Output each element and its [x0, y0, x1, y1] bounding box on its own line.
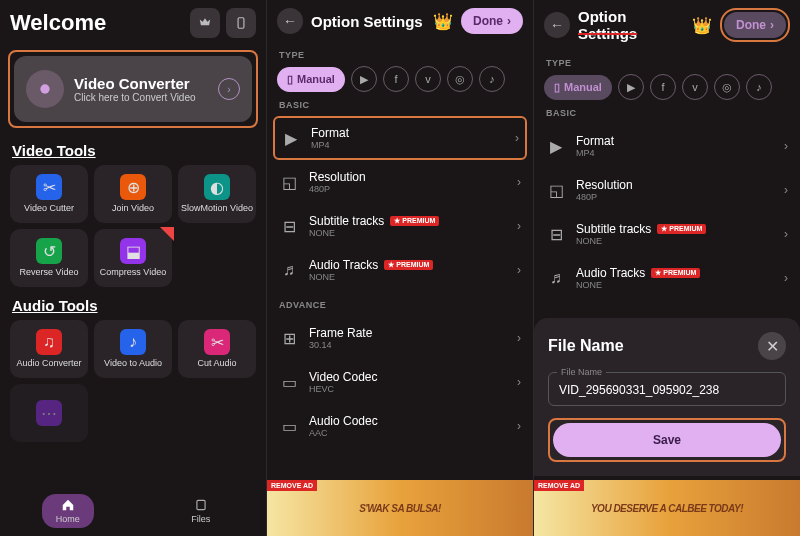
- phone-icon: ▯: [554, 81, 560, 94]
- back-button[interactable]: ←: [544, 12, 570, 38]
- remove-ad-label[interactable]: REMOVE AD: [267, 480, 317, 491]
- panel3-header: ← Option Settings 👑 Done›: [534, 0, 800, 50]
- vimeo-icon[interactable]: v: [415, 66, 441, 92]
- modal-header: File Name ✕: [548, 332, 786, 360]
- input-label: File Name: [557, 367, 606, 377]
- facebook-icon[interactable]: f: [383, 66, 409, 92]
- audio-tools-heading: Audio Tools: [12, 297, 254, 314]
- tiktok-icon[interactable]: ♪: [479, 66, 505, 92]
- done-button[interactable]: Done›: [724, 12, 786, 38]
- crown-icon: 👑: [433, 12, 453, 31]
- back-button[interactable]: ←: [277, 8, 303, 34]
- chevron-right-icon: ›: [784, 227, 788, 241]
- codec-icon: ▭: [279, 373, 299, 392]
- youtube-icon[interactable]: ▶: [618, 74, 644, 100]
- chevron-right-icon: ›: [784, 271, 788, 285]
- type-label: TYPE: [279, 50, 521, 60]
- vcodec-row[interactable]: ▭ Video CodecHEVC ›: [267, 360, 533, 404]
- video-tools-heading: Video Tools: [12, 142, 254, 159]
- slowmo-icon: ◐: [204, 174, 230, 200]
- note-icon: ♪: [120, 329, 146, 355]
- ribbon-icon: [160, 227, 174, 241]
- remove-ad-label[interactable]: REMOVE AD: [534, 480, 584, 491]
- subtitle-icon: ⊟: [546, 225, 566, 244]
- framerate-icon: ⊞: [279, 329, 299, 348]
- video-converter-highlight: Video Converter Click here to Convert Vi…: [8, 50, 258, 128]
- tool-video-cutter[interactable]: ✂Video Cutter: [10, 165, 88, 223]
- format-row[interactable]: ▶ FormatMP4 ›: [281, 126, 519, 150]
- tool-audio-converter[interactable]: ♫Audio Converter: [10, 320, 88, 378]
- tool-slowmotion[interactable]: ◐SlowMotion Video: [178, 165, 256, 223]
- done-highlight: Done›: [720, 8, 790, 42]
- compress-icon: ⬓: [120, 238, 146, 264]
- header-icons: [190, 8, 256, 38]
- panel1-header: Welcome: [0, 0, 266, 46]
- panel2-title: Option Settings: [311, 13, 425, 30]
- option-settings-panel: ← Option Settings 👑 Done› TYPE ▯Manual ▶…: [266, 0, 533, 536]
- chevron-right-icon: ›: [770, 18, 774, 32]
- tool-reverse-video[interactable]: ↺Reverse Video: [10, 229, 88, 287]
- nav-files[interactable]: Files: [177, 494, 224, 528]
- chevron-right-icon: ›: [507, 14, 511, 28]
- video-converter-card[interactable]: Video Converter Click here to Convert Vi…: [14, 56, 252, 122]
- ad-banner[interactable]: REMOVE AD YOU DESERVE A CALBEE TODAY!: [534, 480, 800, 536]
- framerate-row[interactable]: ⊞ Frame Rate30.14 ›: [267, 316, 533, 360]
- svg-rect-0: [238, 18, 244, 29]
- filename-input[interactable]: File Name VID_295690331_095902_238: [548, 372, 786, 406]
- subtitle-icon: ⊟: [279, 217, 299, 236]
- play-icon: ▶: [546, 137, 566, 156]
- chevron-right-icon: ›: [517, 263, 521, 277]
- tool-more[interactable]: ⋯: [10, 384, 88, 442]
- reverse-icon: ↺: [36, 238, 62, 264]
- crown-icon: 👑: [692, 16, 712, 35]
- chevron-right-icon: ›: [517, 419, 521, 433]
- youtube-icon[interactable]: ▶: [351, 66, 377, 92]
- chevron-right-icon: ›: [784, 183, 788, 197]
- crown-icon[interactable]: [190, 8, 220, 38]
- svg-rect-2: [197, 500, 205, 509]
- instagram-icon[interactable]: ◎: [714, 74, 740, 100]
- headphones-icon: ♫: [36, 329, 62, 355]
- premium-badge: ★ PREMIUM: [657, 224, 706, 234]
- close-button[interactable]: ✕: [758, 332, 786, 360]
- merge-icon: ⊕: [120, 174, 146, 200]
- acodec-row[interactable]: ▭ Audio CodecAAC ›: [267, 404, 533, 448]
- save-button[interactable]: Save: [553, 423, 781, 457]
- tool-compress-video[interactable]: ⬓Compress Video: [94, 229, 172, 287]
- chevron-right-icon: ›: [515, 131, 519, 145]
- ad-banner[interactable]: REMOVE AD S'WAK SA BULSA!: [267, 480, 533, 536]
- audio-tracks-row[interactable]: ♬ Audio Tracks★ PREMIUMNONE ›: [267, 248, 533, 292]
- tool-join-video[interactable]: ⊕Join Video: [94, 165, 172, 223]
- option-settings-panel-modal: ← Option Settings 👑 Done› TYPE ▯Manual ▶…: [533, 0, 800, 536]
- format-row[interactable]: ▶ FormatMP4 ›: [534, 124, 800, 168]
- tool-video-to-audio[interactable]: ♪Video to Audio: [94, 320, 172, 378]
- manual-button[interactable]: ▯Manual: [544, 75, 612, 100]
- manual-button[interactable]: ▯Manual: [277, 67, 345, 92]
- subtitle-row[interactable]: ⊟ Subtitle tracks★ PREMIUMNONE ›: [267, 204, 533, 248]
- vimeo-icon[interactable]: v: [682, 74, 708, 100]
- tiktok-icon[interactable]: ♪: [746, 74, 772, 100]
- facebook-icon[interactable]: f: [650, 74, 676, 100]
- chevron-right-icon: ›: [218, 78, 240, 100]
- resolution-row[interactable]: ◱ Resolution480P ›: [534, 168, 800, 212]
- tool-cut-audio[interactable]: ✂Cut Audio: [178, 320, 256, 378]
- audio-icon: ♬: [279, 261, 299, 279]
- bottom-nav: Home Files: [0, 486, 266, 536]
- done-button[interactable]: Done›: [461, 8, 523, 34]
- resolution-icon: ◱: [546, 181, 566, 200]
- resolution-row[interactable]: ◱ Resolution480P ›: [267, 160, 533, 204]
- resolution-icon: ◱: [279, 173, 299, 192]
- instagram-icon[interactable]: ◎: [447, 66, 473, 92]
- nav-home[interactable]: Home: [42, 494, 94, 528]
- input-value: VID_295690331_095902_238: [559, 383, 775, 397]
- basic-label: BASIC: [279, 100, 521, 110]
- chevron-right-icon: ›: [784, 139, 788, 153]
- device-icon[interactable]: [226, 8, 256, 38]
- panel3-title: Option Settings: [578, 8, 684, 42]
- audio-icon: ♬: [546, 269, 566, 287]
- subtitle-row[interactable]: ⊟ Subtitle tracks★ PREMIUMNONE ›: [534, 212, 800, 256]
- video-tools-grid: ✂Video Cutter ⊕Join Video ◐SlowMotion Vi…: [0, 165, 266, 287]
- audio-tracks-row[interactable]: ♬ Audio Tracks★ PREMIUMNONE ›: [534, 256, 800, 300]
- advance-label: ADVANCE: [279, 300, 521, 310]
- video-converter-sub: Click here to Convert Video: [74, 92, 208, 103]
